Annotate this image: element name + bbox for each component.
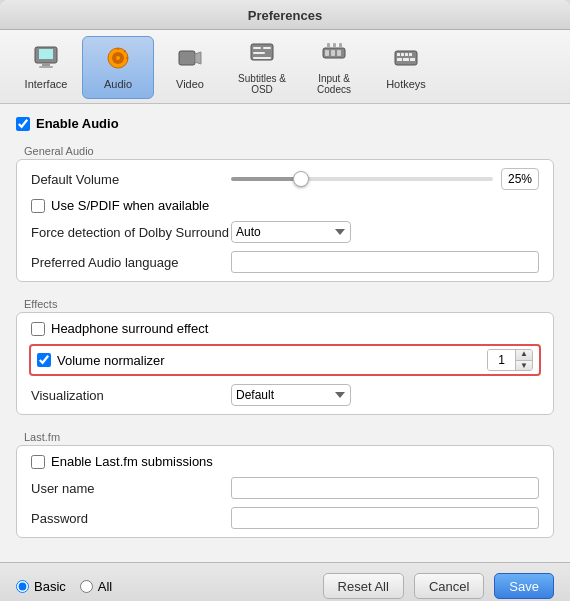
toolbar-item-audio[interactable]: Audio: [82, 36, 154, 99]
save-button[interactable]: Save: [494, 573, 554, 599]
enable-audio-checkbox[interactable]: [16, 117, 30, 131]
lastfm-enable-row: Enable Last.fm submissions: [31, 454, 539, 469]
general-audio-group: Default Volume Use S/PDIF when available: [16, 159, 554, 282]
headphone-row: Headphone surround effect: [31, 321, 539, 336]
svg-rect-26: [401, 53, 404, 56]
input-label: Input & Codecs: [300, 73, 368, 95]
normalizer-label: Volume normalizer: [57, 353, 481, 368]
hotkeys-icon: [393, 45, 419, 75]
general-audio-inner: Default Volume Use S/PDIF when available: [17, 160, 553, 281]
svg-rect-22: [333, 43, 336, 48]
window-title: Preferences: [248, 8, 322, 23]
volume-percent-input[interactable]: [501, 168, 539, 190]
spdif-label: Use S/PDIF when available: [51, 198, 209, 213]
audio-lang-input[interactable]: [231, 251, 539, 273]
all-label: All: [98, 579, 112, 594]
lastfm-header: Last.fm: [16, 427, 554, 445]
svg-point-6: [116, 56, 120, 60]
lastfm-label-text: Enable Last.fm submissions: [51, 454, 213, 469]
username-row: User name: [31, 477, 539, 499]
dolby-row: Force detection of Dolby Surround Auto O…: [31, 221, 539, 243]
default-volume-row: Default Volume: [31, 168, 539, 190]
lastfm-inner: Enable Last.fm submissions User name Pas…: [17, 446, 553, 537]
svg-rect-1: [39, 49, 53, 59]
volume-normalizer-row: Volume normalizer ▲ ▼: [29, 344, 541, 376]
normalizer-checkbox[interactable]: [37, 353, 51, 367]
normalizer-spinner: ▲ ▼: [487, 349, 533, 371]
cancel-button[interactable]: Cancel: [414, 573, 484, 599]
effects-header: Effects: [16, 294, 554, 312]
slider-container: [231, 168, 539, 190]
reset-all-button[interactable]: Reset All: [323, 573, 404, 599]
video-icon: [177, 45, 203, 75]
toolbar-item-input[interactable]: Input & Codecs: [298, 36, 370, 99]
svg-rect-3: [39, 66, 53, 68]
spinner-up-button[interactable]: ▲: [516, 349, 532, 361]
audio-label: Audio: [104, 78, 132, 90]
visualization-control: Default None: [231, 384, 539, 406]
hotkeys-label: Hotkeys: [386, 78, 426, 90]
spdif-checkbox[interactable]: [31, 199, 45, 213]
password-input[interactable]: [231, 507, 539, 529]
toolbar-item-video[interactable]: Video: [154, 36, 226, 99]
spdif-row: Use S/PDIF when available: [31, 198, 539, 213]
username-label: User name: [31, 481, 231, 496]
svg-rect-29: [397, 58, 402, 61]
basic-radio-label[interactable]: Basic: [16, 579, 66, 594]
lastfm-group: Enable Last.fm submissions User name Pas…: [16, 445, 554, 538]
content-area: Enable Audio General Audio Default Volum…: [0, 104, 570, 562]
svg-line-8: [124, 51, 126, 53]
svg-rect-30: [403, 58, 409, 61]
basic-radio[interactable]: [16, 580, 29, 593]
toolbar-item-subtitles[interactable]: Subtitles & OSD: [226, 36, 298, 99]
dolby-label: Force detection of Dolby Surround: [31, 225, 231, 240]
audio-icon: [105, 45, 131, 75]
svg-rect-27: [405, 53, 408, 56]
preferences-window: Preferences Interface Audio: [0, 0, 570, 601]
username-input[interactable]: [231, 477, 539, 499]
enable-audio-label: Enable Audio: [36, 116, 119, 131]
visualization-label: Visualization: [31, 388, 231, 403]
password-label: Password: [31, 511, 231, 526]
svg-marker-11: [195, 52, 201, 64]
svg-rect-28: [409, 53, 412, 56]
visualization-select[interactable]: Default None: [231, 384, 351, 406]
svg-rect-21: [327, 43, 330, 48]
username-control: [231, 477, 539, 499]
svg-rect-15: [253, 52, 265, 54]
bottom-bar: Basic All Reset All Cancel Save: [0, 562, 570, 601]
basic-label: Basic: [34, 579, 66, 594]
password-control: [231, 507, 539, 529]
default-volume-label: Default Volume: [31, 172, 231, 187]
normalizer-value-input[interactable]: [488, 349, 516, 371]
subtitles-icon: [249, 40, 275, 70]
effects-inner: Headphone surround effect Volume normali…: [17, 313, 553, 414]
password-row: Password: [31, 507, 539, 529]
toolbar-item-hotkeys[interactable]: Hotkeys: [370, 36, 442, 99]
lastfm-checkbox[interactable]: [31, 455, 45, 469]
subtitles-label: Subtitles & OSD: [228, 73, 296, 95]
interface-icon: [33, 45, 59, 75]
interface-label: Interface: [25, 78, 68, 90]
all-radio-label[interactable]: All: [80, 579, 112, 594]
spinner-buttons: ▲ ▼: [516, 349, 532, 371]
audio-lang-label: Preferred Audio language: [31, 255, 231, 270]
toolbar-item-interface[interactable]: Interface: [10, 36, 82, 99]
svg-rect-31: [410, 58, 415, 61]
dolby-select[interactable]: Auto On Off: [231, 221, 351, 243]
svg-rect-25: [397, 53, 400, 56]
visualization-row: Visualization Default None: [31, 384, 539, 406]
lastfm-section: Last.fm Enable Last.fm submissions User …: [16, 427, 554, 538]
headphone-checkbox[interactable]: [31, 322, 45, 336]
video-label: Video: [176, 78, 204, 90]
input-icon: [321, 40, 347, 70]
general-audio-section: General Audio Default Volume Use S/P: [16, 141, 554, 282]
audio-lang-row: Preferred Audio language: [31, 251, 539, 273]
volume-slider[interactable]: [231, 177, 493, 181]
all-radio[interactable]: [80, 580, 93, 593]
headphone-label: Headphone surround effect: [51, 321, 208, 336]
spinner-down-button[interactable]: ▼: [516, 361, 532, 372]
svg-rect-16: [253, 57, 271, 59]
dolby-control: Auto On Off: [231, 221, 539, 243]
svg-rect-14: [263, 47, 271, 49]
